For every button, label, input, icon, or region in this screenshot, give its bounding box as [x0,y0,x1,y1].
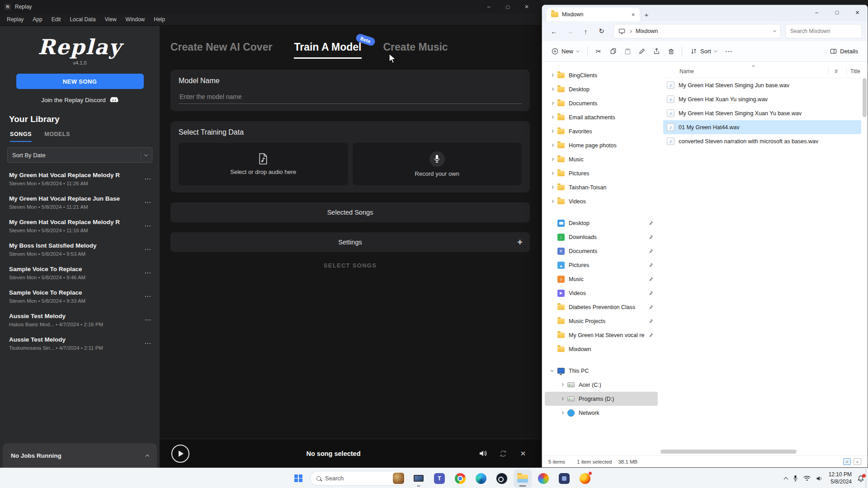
rename-icon[interactable] [635,45,649,58]
select-songs-button[interactable]: SELECT SONGS [170,262,530,269]
maximize-button[interactable] [827,5,847,20]
microphone-tray-icon[interactable] [793,475,798,482]
show-desktop-button[interactable] [866,468,868,488]
paste-icon[interactable] [621,45,634,58]
tree-item[interactable]: Favorites [545,124,658,138]
copy-icon[interactable] [606,45,620,58]
collapse-chevron-icon[interactable] [551,368,554,371]
expand-chevron-icon[interactable] [551,74,554,77]
menu-item[interactable]: Local Data [66,15,99,24]
explorer-search-box[interactable] [785,24,862,38]
refresh-button[interactable]: ↻ [594,24,609,39]
sort-button[interactable]: Sort [686,45,721,57]
sort-dropdown[interactable]: Sort By Date [7,147,152,163]
column-header-name[interactable]: Name [663,68,694,75]
new-button[interactable]: New [547,45,583,57]
main-tab[interactable]: Create New AI Cover [170,41,272,59]
taskbar-firefox-icon[interactable] [576,469,594,488]
song-options-icon[interactable] [142,268,153,278]
player-close-icon[interactable] [517,448,529,460]
drive-item[interactable]: Programs (D:) [545,392,658,406]
expand-chevron-icon[interactable] [551,144,554,147]
expand-chevron-icon[interactable] [551,116,554,119]
expand-chevron-icon[interactable] [551,88,554,91]
quick-access-item[interactable]: Desktop [545,216,658,230]
details-button[interactable]: Details [826,45,862,57]
expand-chevron-icon[interactable] [551,130,554,133]
hidden-icons-chevron[interactable] [783,477,788,482]
quick-access-item[interactable]: Pictures [545,258,658,272]
song-list-item[interactable]: Sample Voice To Replace Steven Mon • 5/8… [0,261,160,285]
maximize-button[interactable] [498,0,517,14]
expand-chevron-icon[interactable] [551,158,554,161]
column-divider[interactable] [846,68,847,75]
start-button[interactable] [289,469,307,488]
file-row[interactable]: My Green Hat Steven Singing Jun base.wav [663,78,861,92]
settings-bar[interactable]: Settings [170,232,530,252]
menu-item[interactable]: Help [150,15,169,24]
expand-chevron-icon[interactable] [551,186,554,189]
quick-access-item[interactable]: Mixdown [545,342,658,356]
taskbar-chrome-icon[interactable] [451,469,469,488]
tree-item[interactable]: Desktop [545,82,658,96]
quick-access-item[interactable]: Videos [545,286,658,300]
jobs-status-bar[interactable]: No Jobs Running [3,443,157,468]
menu-item[interactable]: App [28,15,46,24]
new-song-button[interactable]: NEW SONG [16,74,144,89]
tree-item[interactable]: Taishan-Toisan [545,180,658,194]
song-list-item[interactable]: My Boss Isnt Satisfied Melody Steven Mon… [0,238,160,261]
song-options-icon[interactable] [142,291,153,301]
quick-access-item[interactable]: Diabetes Prevention Class [545,300,658,314]
play-button[interactable] [171,445,189,463]
explorer-tab[interactable]: Mixdown [547,8,640,21]
quick-access-item[interactable]: Music [545,272,658,286]
taskbar-file-explorer-icon[interactable] [514,469,532,488]
song-list-item[interactable]: My Green Hat Vocal Replace Melody R Stev… [0,214,160,238]
column-header-number[interactable]: # [835,68,838,75]
taskbar-clock[interactable]: 12:10 PM 5/8/2024 [829,471,852,485]
quick-access-item[interactable]: My Green Hat Steven vocal replacer [545,328,658,342]
drive-item[interactable]: Network [545,406,658,420]
vertical-scrollbar[interactable] [863,78,867,437]
scrollbar-thumb[interactable] [660,450,797,454]
large-icons-view-toggle[interactable] [854,458,861,465]
close-button[interactable] [847,5,868,20]
song-list-item[interactable]: My Green Hat Vocal Replace Melody R Stev… [0,167,160,191]
tree-item[interactable]: Documents [545,96,658,110]
library-tab[interactable]: SONGS [10,131,32,142]
details-view-toggle[interactable] [843,458,851,465]
song-options-icon[interactable] [142,338,153,348]
file-row[interactable]: converted Steven narration with microsof… [663,134,861,148]
more-options-icon[interactable] [722,45,736,58]
volume-tray-icon[interactable] [816,475,823,482]
taskbar-replay-app-icon[interactable] [410,469,428,488]
horizontal-scrollbar[interactable] [660,450,860,454]
delete-icon[interactable] [664,45,678,58]
minimize-button[interactable] [807,5,827,20]
song-list-item[interactable]: Sample Voice To Replace Steven Mon • 5/8… [0,285,160,308]
record-audio-button[interactable]: Record your own [353,143,522,185]
up-button[interactable]: ↑ [578,24,593,39]
expand-chevron-icon[interactable] [551,200,554,203]
back-button[interactable]: ← [547,24,561,39]
tab-close-icon[interactable] [632,11,635,18]
forward-button[interactable]: → [562,24,577,39]
quick-access-item[interactable]: Downloads [545,230,658,244]
menu-item[interactable]: Replay [3,15,28,24]
taskbar-teams-icon[interactable] [430,469,448,488]
expand-chevron-icon[interactable] [561,397,564,400]
tree-item[interactable]: Pictures [545,166,658,180]
expand-chevron-icon[interactable] [561,411,564,414]
tree-item[interactable]: Home page photos [545,138,658,152]
plus-icon[interactable] [517,237,523,248]
song-list-item[interactable]: Aussie Test Melody Tsukumosana Sin... • … [0,332,160,355]
song-options-icon[interactable] [142,315,153,325]
taskbar-photos-icon[interactable] [534,469,552,488]
audio-drop-zone[interactable]: Select or drop audio here [179,143,348,185]
minimize-button[interactable] [479,0,498,14]
expand-chevron-icon[interactable] [551,102,554,105]
main-tab[interactable]: Train A Model Beta [294,41,361,59]
file-row[interactable]: My Green Hat Steven Singing Xuan Yu base… [663,106,861,120]
new-tab-button[interactable] [640,8,653,21]
song-options-icon[interactable] [142,197,153,207]
